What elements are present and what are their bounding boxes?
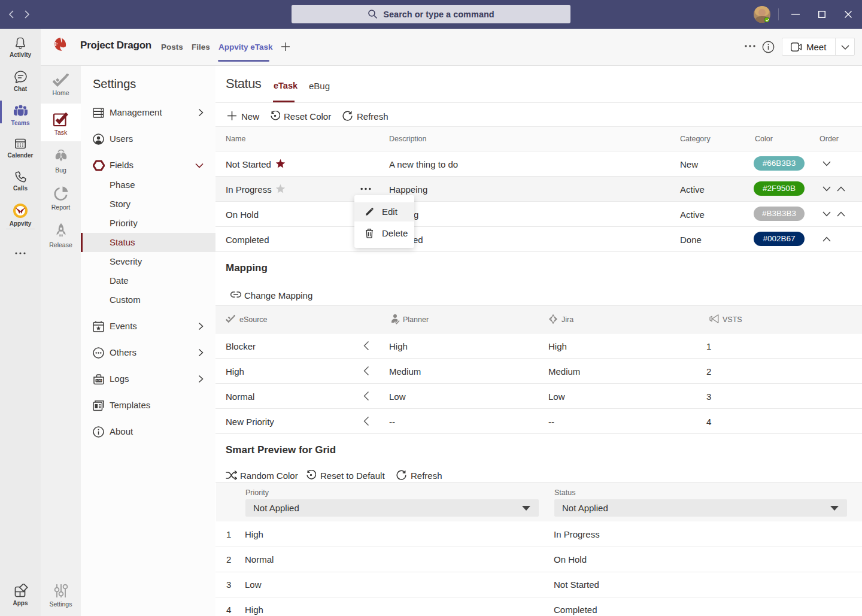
svg-text:LOG: LOG [96, 379, 101, 382]
